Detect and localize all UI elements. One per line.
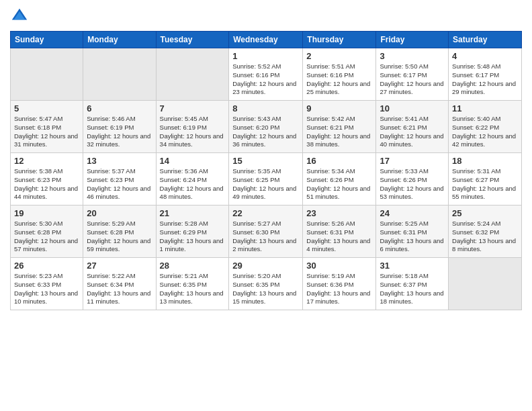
day-number: 19 — [14, 208, 79, 218]
day-info: Sunrise: 5:47 AM Sunset: 6:18 PM Dayligh… — [14, 115, 79, 149]
day-number: 27 — [87, 261, 152, 271]
week-row-5: 26Sunrise: 5:23 AM Sunset: 6:33 PM Dayli… — [11, 258, 522, 310]
day-cell: 5Sunrise: 5:47 AM Sunset: 6:18 PM Daylig… — [11, 101, 83, 153]
day-cell: 15Sunrise: 5:35 AM Sunset: 6:25 PM Dayli… — [229, 153, 303, 205]
day-cell: 11Sunrise: 5:40 AM Sunset: 6:22 PM Dayli… — [449, 101, 522, 153]
day-info: Sunrise: 5:18 AM Sunset: 6:37 PM Dayligh… — [380, 272, 445, 306]
weekday-header-saturday: Saturday — [449, 32, 522, 48]
day-info: Sunrise: 5:26 AM Sunset: 6:31 PM Dayligh… — [306, 220, 372, 254]
day-number: 25 — [452, 208, 518, 218]
logo-icon — [10, 7, 29, 26]
day-info: Sunrise: 5:28 AM Sunset: 6:29 PM Dayligh… — [160, 220, 226, 254]
day-cell: 25Sunrise: 5:24 AM Sunset: 6:32 PM Dayli… — [449, 205, 522, 258]
day-cell: 26Sunrise: 5:23 AM Sunset: 6:33 PM Dayli… — [11, 258, 83, 310]
day-cell: 9Sunrise: 5:42 AM Sunset: 6:21 PM Daylig… — [303, 101, 376, 153]
day-cell: 19Sunrise: 5:30 AM Sunset: 6:28 PM Dayli… — [11, 205, 83, 258]
day-number: 18 — [452, 156, 518, 166]
week-row-1: 1Sunrise: 5:52 AM Sunset: 6:16 PM Daylig… — [11, 48, 522, 101]
day-cell: 6Sunrise: 5:46 AM Sunset: 6:19 PM Daylig… — [83, 101, 156, 153]
week-row-3: 12Sunrise: 5:38 AM Sunset: 6:23 PM Dayli… — [11, 153, 522, 205]
header — [10, 7, 522, 26]
day-cell: 12Sunrise: 5:38 AM Sunset: 6:23 PM Dayli… — [11, 153, 83, 205]
day-number: 22 — [232, 208, 299, 218]
day-info: Sunrise: 5:38 AM Sunset: 6:23 PM Dayligh… — [14, 167, 79, 201]
day-cell: 24Sunrise: 5:25 AM Sunset: 6:31 PM Dayli… — [376, 205, 449, 258]
day-cell — [449, 258, 522, 310]
day-cell: 20Sunrise: 5:29 AM Sunset: 6:28 PM Dayli… — [83, 205, 156, 258]
day-number: 31 — [380, 261, 445, 271]
day-number: 8 — [232, 103, 299, 113]
day-cell — [11, 48, 83, 101]
day-number: 3 — [380, 51, 445, 61]
day-info: Sunrise: 5:19 AM Sunset: 6:36 PM Dayligh… — [306, 272, 372, 306]
day-info: Sunrise: 5:34 AM Sunset: 6:26 PM Dayligh… — [306, 167, 372, 201]
day-cell: 31Sunrise: 5:18 AM Sunset: 6:37 PM Dayli… — [376, 258, 449, 310]
day-number: 21 — [160, 208, 226, 218]
weekday-header-wednesday: Wednesday — [229, 32, 303, 48]
day-number: 4 — [452, 51, 518, 61]
day-cell: 17Sunrise: 5:33 AM Sunset: 6:26 PM Dayli… — [376, 153, 449, 205]
day-info: Sunrise: 5:35 AM Sunset: 6:25 PM Dayligh… — [232, 167, 299, 201]
day-cell: 1Sunrise: 5:52 AM Sunset: 6:16 PM Daylig… — [229, 48, 303, 101]
day-cell: 21Sunrise: 5:28 AM Sunset: 6:29 PM Dayli… — [156, 205, 229, 258]
day-info: Sunrise: 5:43 AM Sunset: 6:20 PM Dayligh… — [232, 115, 299, 149]
weekday-header-friday: Friday — [376, 32, 449, 48]
day-number: 23 — [306, 208, 372, 218]
day-number: 29 — [232, 261, 299, 271]
day-number: 6 — [87, 103, 152, 113]
day-cell: 13Sunrise: 5:37 AM Sunset: 6:23 PM Dayli… — [83, 153, 156, 205]
day-number: 17 — [380, 156, 445, 166]
day-info: Sunrise: 5:20 AM Sunset: 6:35 PM Dayligh… — [232, 272, 299, 306]
day-cell: 14Sunrise: 5:36 AM Sunset: 6:24 PM Dayli… — [156, 153, 229, 205]
day-cell: 18Sunrise: 5:31 AM Sunset: 6:27 PM Dayli… — [449, 153, 522, 205]
day-cell: 29Sunrise: 5:20 AM Sunset: 6:35 PM Dayli… — [229, 258, 303, 310]
day-info: Sunrise: 5:48 AM Sunset: 6:17 PM Dayligh… — [452, 62, 518, 97]
day-cell — [83, 48, 156, 101]
day-number: 11 — [452, 103, 518, 113]
day-cell: 23Sunrise: 5:26 AM Sunset: 6:31 PM Dayli… — [303, 205, 376, 258]
day-number: 12 — [14, 156, 79, 166]
weekday-header-thursday: Thursday — [303, 32, 376, 48]
day-number: 9 — [306, 103, 372, 113]
weekday-header-tuesday: Tuesday — [156, 32, 229, 48]
day-number: 15 — [232, 156, 299, 166]
day-number: 28 — [160, 261, 226, 271]
week-row-2: 5Sunrise: 5:47 AM Sunset: 6:18 PM Daylig… — [11, 101, 522, 153]
day-number: 24 — [380, 208, 445, 218]
day-cell: 16Sunrise: 5:34 AM Sunset: 6:26 PM Dayli… — [303, 153, 376, 205]
day-info: Sunrise: 5:24 AM Sunset: 6:32 PM Dayligh… — [452, 220, 518, 254]
day-info: Sunrise: 5:27 AM Sunset: 6:30 PM Dayligh… — [232, 220, 299, 254]
day-info: Sunrise: 5:45 AM Sunset: 6:19 PM Dayligh… — [160, 115, 226, 149]
day-number: 26 — [14, 261, 79, 271]
day-cell: 8Sunrise: 5:43 AM Sunset: 6:20 PM Daylig… — [229, 101, 303, 153]
day-number: 30 — [306, 261, 372, 271]
day-info: Sunrise: 5:50 AM Sunset: 6:17 PM Dayligh… — [380, 62, 445, 97]
day-cell: 7Sunrise: 5:45 AM Sunset: 6:19 PM Daylig… — [156, 101, 229, 153]
day-info: Sunrise: 5:46 AM Sunset: 6:19 PM Dayligh… — [87, 115, 152, 149]
day-number: 20 — [87, 208, 152, 218]
weekday-header-monday: Monday — [83, 32, 156, 48]
day-info: Sunrise: 5:52 AM Sunset: 6:16 PM Dayligh… — [232, 62, 299, 97]
day-cell: 10Sunrise: 5:41 AM Sunset: 6:21 PM Dayli… — [376, 101, 449, 153]
day-number: 14 — [160, 156, 226, 166]
day-info: Sunrise: 5:37 AM Sunset: 6:23 PM Dayligh… — [87, 167, 152, 201]
day-info: Sunrise: 5:51 AM Sunset: 6:16 PM Dayligh… — [306, 62, 372, 97]
day-cell: 22Sunrise: 5:27 AM Sunset: 6:30 PM Dayli… — [229, 205, 303, 258]
day-info: Sunrise: 5:40 AM Sunset: 6:22 PM Dayligh… — [452, 115, 518, 149]
day-number: 2 — [306, 51, 372, 61]
logo — [10, 7, 32, 26]
day-number: 13 — [87, 156, 152, 166]
day-info: Sunrise: 5:25 AM Sunset: 6:31 PM Dayligh… — [380, 220, 445, 254]
weekday-header-row: SundayMondayTuesdayWednesdayThursdayFrid… — [11, 32, 522, 48]
day-info: Sunrise: 5:31 AM Sunset: 6:27 PM Dayligh… — [452, 167, 518, 201]
day-info: Sunrise: 5:21 AM Sunset: 6:35 PM Dayligh… — [160, 272, 226, 306]
day-cell: 28Sunrise: 5:21 AM Sunset: 6:35 PM Dayli… — [156, 258, 229, 310]
day-number: 5 — [14, 103, 79, 113]
day-info: Sunrise: 5:22 AM Sunset: 6:34 PM Dayligh… — [87, 272, 152, 306]
day-cell: 27Sunrise: 5:22 AM Sunset: 6:34 PM Dayli… — [83, 258, 156, 310]
day-info: Sunrise: 5:23 AM Sunset: 6:33 PM Dayligh… — [14, 272, 79, 306]
day-info: Sunrise: 5:41 AM Sunset: 6:21 PM Dayligh… — [380, 115, 445, 149]
weekday-header-sunday: Sunday — [11, 32, 83, 48]
day-number: 1 — [232, 51, 299, 61]
day-cell: 3Sunrise: 5:50 AM Sunset: 6:17 PM Daylig… — [376, 48, 449, 101]
